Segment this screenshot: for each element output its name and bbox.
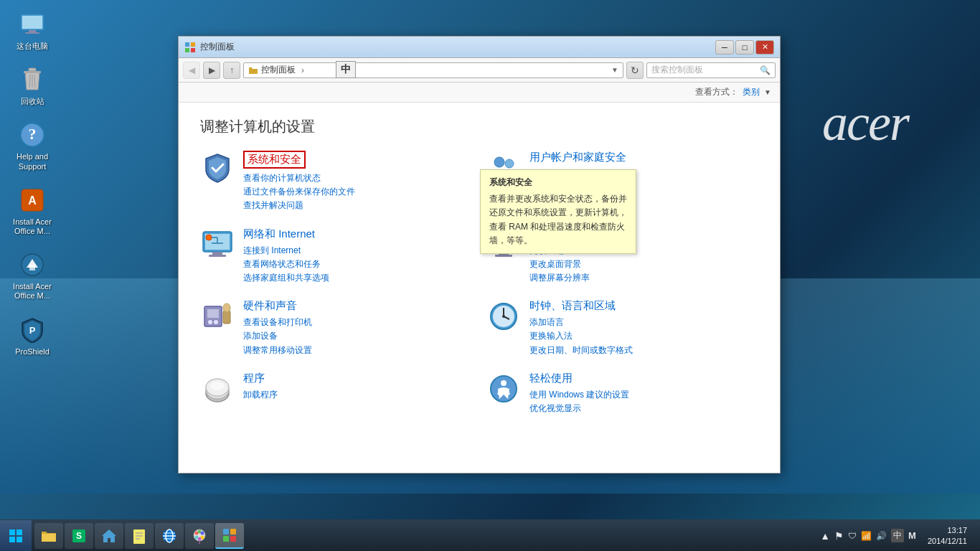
start-button[interactable] <box>0 520 32 552</box>
address-arrow: › <box>301 65 304 75</box>
taskbar-item-ie[interactable] <box>155 523 184 549</box>
category-hardware[interactable]: 硬件和声音 查看设备和打印机 添加设备 调整常用移动设置 <box>200 299 472 357</box>
category-title-security[interactable]: 系统和安全 <box>243 151 306 169</box>
view-dropdown-icon[interactable]: ▼ <box>764 88 771 96</box>
category-accessibility[interactable]: 轻松使用 使用 Windows 建议的设置 优化视觉显示 <box>486 372 758 415</box>
svg-rect-17 <box>191 42 195 47</box>
desktop-icon-recycle-bin[interactable]: 回收站 <box>4 62 61 109</box>
taskbar-item-notes[interactable] <box>125 523 154 549</box>
window-controls: ─ □ ✕ <box>715 40 774 55</box>
taskbar-item-home[interactable] <box>95 523 123 549</box>
network-category-icon <box>200 227 235 262</box>
svg-rect-38 <box>207 309 219 318</box>
category-link[interactable]: 选择家庭组和共享选项 <box>243 271 472 285</box>
desktop-icon-help-support[interactable]: ? Help andSupport <box>4 118 61 174</box>
category-link[interactable]: 调整屏幕分辨率 <box>529 271 758 285</box>
category-link[interactable]: 优化视觉显示 <box>529 402 758 415</box>
control-panel-taskbar-icon <box>221 527 238 544</box>
back-button[interactable]: ◀ <box>183 62 200 79</box>
tray-volume-icon[interactable]: 🔊 <box>876 531 887 541</box>
tray-arrow-icon[interactable]: ▲ <box>820 530 830 542</box>
category-clock[interactable]: 时钟、语言和区域 添加语言 更换输入法 更改日期、时间或数字格式 <box>486 299 758 357</box>
view-mode-button[interactable]: 类别 <box>743 86 760 98</box>
proshield-icon: P <box>18 316 47 344</box>
hardware-category-icon <box>200 299 235 334</box>
category-content-network: 网络和 Internet 连接到 Internet 查看网络状态和任务 选择家庭… <box>243 227 472 286</box>
svg-rect-3 <box>25 32 39 34</box>
category-link[interactable]: 调整常用移动设置 <box>243 344 472 357</box>
svg-point-42 <box>223 303 230 312</box>
category-link[interactable]: 使用 Windows 建议的设置 <box>529 388 758 402</box>
search-field[interactable]: 搜索控制面板 🔍 <box>646 62 776 78</box>
category-link[interactable]: 卸载程序 <box>243 388 472 402</box>
category-title-hardware[interactable]: 硬件和声音 <box>243 299 472 313</box>
category-title-network[interactable]: 网络和 Internet <box>243 227 472 241</box>
desktop-icon-this-pc[interactable]: 这台电脑 <box>4 7 61 54</box>
category-link[interactable]: 添加语言 <box>529 316 758 329</box>
tray-ime-icon[interactable]: 中 <box>891 529 904 542</box>
taskbar-clock[interactable]: 13:17 2014/12/11 <box>920 525 974 546</box>
category-link[interactable]: 查看你的计算机状态 <box>243 171 472 185</box>
svg-text:P: P <box>29 325 36 336</box>
desktop-icon-install-acer-1[interactable]: A Install Acer Office M... <box>4 183 61 239</box>
svg-point-74 <box>201 531 204 534</box>
category-link[interactable]: 连接到 Internet <box>243 244 472 258</box>
category-link[interactable]: 查找并解决问题 <box>243 199 472 212</box>
window-titlebar: 控制面板 ─ □ ✕ <box>179 37 780 58</box>
taskbar-item-control-panel[interactable] <box>215 523 244 549</box>
search-placeholder: 搜索控制面板 <box>651 64 757 76</box>
svg-rect-78 <box>223 529 229 534</box>
svg-rect-62 <box>133 529 145 544</box>
address-text: 控制面板 <box>261 64 296 76</box>
category-title-accessibility[interactable]: 轻松使用 <box>529 372 758 385</box>
notes-icon <box>131 527 148 545</box>
category-title-programs[interactable]: 程序 <box>243 372 472 385</box>
tooltip-box: 系统和安全 查看并更改系统和安全状态，备份并 还原文件和系统设置，更新计算机， … <box>480 169 636 254</box>
taskbar-item-store[interactable]: S <box>65 523 93 549</box>
category-link[interactable]: 通过文件备份来保存你的文件 <box>243 185 472 199</box>
minimize-button[interactable]: ─ <box>715 40 734 55</box>
close-button[interactable]: ✕ <box>755 40 774 55</box>
ie-icon <box>161 527 178 545</box>
refresh-button[interactable]: ↻ <box>626 62 644 79</box>
taskbar-tray: ▲ ⚑ 🛡 📶 🔊 中 M 13:17 2014/12/11 <box>814 520 980 552</box>
tray-network-icon[interactable]: 📶 <box>861 531 872 541</box>
category-link[interactable]: 更改日期、时间或数字格式 <box>529 344 758 357</box>
category-link[interactable]: 添加设备 <box>243 329 472 343</box>
address-dropdown[interactable]: ▼ <box>611 66 618 74</box>
taskbar-item-file-explorer[interactable] <box>34 523 63 549</box>
category-link[interactable]: 更改桌面背景 <box>529 258 758 271</box>
category-title-users[interactable]: 用户帐户和家庭安全 <box>529 151 758 164</box>
category-link[interactable]: 查看设备和打印机 <box>243 316 472 329</box>
tooltip-title: 系统和安全 <box>489 176 627 189</box>
svg-text:A: A <box>28 194 37 207</box>
svg-point-21 <box>505 159 514 168</box>
desktop-icon-install-acer-2[interactable]: Install Acer Office M... <box>4 248 61 303</box>
category-programs[interactable]: 程序 卸载程序 <box>200 372 472 415</box>
category-link[interactable]: 查看网络状态和任务 <box>243 258 472 271</box>
address-field[interactable]: 控制面板 › ▼ <box>243 62 623 78</box>
maximize-button[interactable]: □ <box>735 40 754 55</box>
tray-m-icon[interactable]: M <box>908 530 916 541</box>
svg-rect-79 <box>230 529 236 534</box>
category-title-clock[interactable]: 时钟、语言和区域 <box>529 299 758 313</box>
tooltip-line4: 墙，等等。 <box>489 234 627 248</box>
desktop-icon-proshield[interactable]: P ProShield <box>4 313 61 359</box>
tooltip-line3: 查看 RAM 和处理器速度和检查防火 <box>489 220 627 234</box>
category-system-security[interactable]: 系统和安全 查看你的计算机状态 通过文件备份来保存你的文件 查找并解决问题 <box>200 151 472 213</box>
forward-button[interactable]: ▶ <box>203 62 220 79</box>
svg-point-77 <box>195 535 199 539</box>
tray-security-icon[interactable]: 🛡 <box>848 531 857 541</box>
tooltip-line1: 查看并更改系统和安全状态，备份并 <box>489 192 627 206</box>
tray-flag-icon[interactable]: ⚑ <box>834 530 844 542</box>
desktop-icon-label: Install Acer Office M... <box>6 282 58 301</box>
taskbar-items: S <box>32 520 814 552</box>
svg-rect-25 <box>209 255 226 257</box>
category-link[interactable]: 更换输入法 <box>529 329 758 343</box>
up-button[interactable]: ↑ <box>223 62 240 79</box>
svg-rect-36 <box>495 255 512 257</box>
category-network[interactable]: 网络和 Internet 连接到 Internet 查看网络状态和任务 选择家庭… <box>200 227 472 286</box>
ime-indicator[interactable]: 中 <box>336 61 356 78</box>
recycle-bin-icon <box>18 65 47 94</box>
taskbar-item-paint[interactable] <box>185 523 214 549</box>
